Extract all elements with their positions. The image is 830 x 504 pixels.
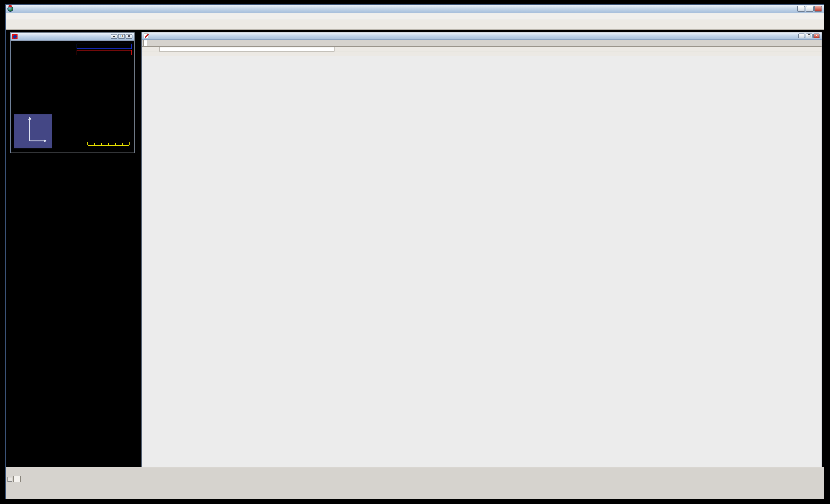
app-window-buttons [797,6,822,12]
app-icon [7,6,13,12]
measures-info-row [142,47,822,52]
charts-area [142,56,822,467]
test-laps-tab-row [6,475,824,482]
minimize-button[interactable] [797,6,805,12]
gps-legend-lap3[interactable] [76,43,132,49]
measures-tab-row [142,40,822,47]
gps-compass-overlay [14,114,52,148]
main-toolbar [6,20,824,30]
close-button[interactable] [814,6,822,12]
maximize-button[interactable] [806,6,814,12]
measures-maximize-button[interactable]: ❐ [806,34,813,38]
test-laps-panel [6,475,824,499]
menu-bar [6,13,824,21]
bottom-window-tabs [6,467,824,475]
measures-graph-icon [143,34,149,38]
gps-scale-bar [87,142,130,150]
measures-minimize-button[interactable]: ‒ [798,34,805,38]
cursor-readout [811,47,822,52]
test-laps-file-tab[interactable] [13,476,21,482]
measures-file-tab[interactable] [143,40,148,46]
test-laps-panel-label [6,483,12,498]
gps-minimize-button[interactable]: ‒ [110,34,118,39]
test-laps-close-button[interactable] [7,477,12,482]
compass-axes-icon [14,114,52,148]
measures-graph-window: ‒ ❐ ✕ [141,32,822,467]
app-window: ‒ ❐ ✕ [5,4,824,499]
app-titlebar[interactable] [6,5,824,13]
distance-base-selector[interactable] [159,47,334,52]
mdi-client-area: ‒ ❐ ✕ [6,30,824,467]
gps-close-button[interactable]: ✕ [126,34,132,39]
measures-titlebar[interactable]: ‒ ❐ ✕ [142,33,822,40]
gps-titlebar[interactable]: ‒ ❐ ✕ [11,33,134,40]
test-laps-strip [6,482,824,499]
gps-track-canvas[interactable] [11,40,134,153]
lap-segments-bar[interactable] [142,52,822,57]
gps-window-icon [12,34,18,39]
gps-maximize-button[interactable]: ❐ [118,34,125,39]
measures-close-button[interactable]: ✕ [813,34,820,38]
gps-legend-lap6[interactable] [76,50,132,55]
gps-window: ‒ ❐ ✕ [10,33,135,153]
screen: ‒ ❐ ✕ [0,0,830,504]
